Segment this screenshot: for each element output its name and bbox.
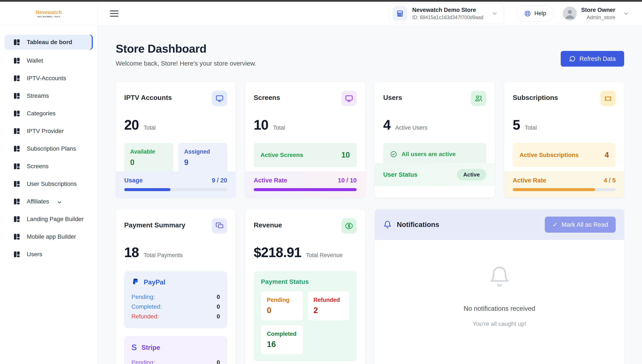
topbar: Nevewatch Demo Store ID: 68415a1c163d347… <box>98 2 642 26</box>
sidebar-item-screens[interactable]: Screens <box>5 160 93 173</box>
dashboard-icon <box>13 38 20 46</box>
card-title: Revenue <box>254 221 282 229</box>
sidebar-item-users[interactable]: Users <box>5 248 93 261</box>
payment-summary-card: Payment Summary 18 Total Payments PayPal <box>116 209 236 364</box>
active-rate-footer: Active Rate 10 / 10 <box>245 172 365 198</box>
card-title: Payment Summary <box>124 221 185 229</box>
subs-active-rate-value: 4 / 5 <box>604 177 616 184</box>
avatar <box>563 6 577 20</box>
sidebar-item-user-subscriptions[interactable]: User Subscriptions <box>5 177 93 190</box>
hamburger-menu-icon[interactable] <box>110 10 118 17</box>
sidebar-nav: Tableau de bord Wallet IPTV-Accounts Str… <box>0 26 97 261</box>
store-selector[interactable]: Nevewatch Demo Store ID: 68415a1c163d347… <box>389 3 504 24</box>
sidebar-item-subscription-plans[interactable]: Subscription Plans <box>5 142 93 155</box>
dashboard-icon <box>13 198 20 205</box>
screens-total: 10 <box>254 117 268 133</box>
lower-row: Payment Summary 18 Total Payments PayPal <box>116 209 624 364</box>
iptv-total: 20 <box>124 117 139 133</box>
sidebar-item-affiliates[interactable]: Affiliates <box>5 195 93 208</box>
screens-card: Screens 10 Total Active Screens 10 <box>245 82 365 198</box>
bell-icon <box>383 220 392 229</box>
subs-rate-progress-bar <box>513 188 616 191</box>
store-name: Nevewatch Demo Store <box>412 7 483 13</box>
chevron-down-icon <box>623 10 629 17</box>
usage-progress-bar <box>124 188 227 191</box>
empty-subtitle: You're all caught up! <box>473 320 526 327</box>
users-status-note-box: All users are active <box>383 143 486 166</box>
stripe-pending-row: Pending: 0 <box>131 358 220 364</box>
paypal-refunded-row: Refunded: 0 <box>131 312 220 321</box>
active-rate-value: 10 / 10 <box>338 177 357 184</box>
dashboard-icon <box>13 75 20 82</box>
sidebar-item-label: Subscription Plans <box>27 145 76 152</box>
mark-all-read-button[interactable]: ✓ Mark All as Read <box>545 216 616 233</box>
sidebar-item-label: Streams <box>27 92 49 99</box>
sidebar-item-mobile-app-builder[interactable]: Mobile app Builder <box>5 230 93 243</box>
chevron-down-icon <box>491 10 498 17</box>
sidebar-item-label: User Subscriptions <box>27 180 77 187</box>
card-title: Users <box>383 94 402 102</box>
stats-row: IPTV Accounts 20 Total Available 0 <box>116 82 624 198</box>
paypal-pending-row: Pending: 0 <box>131 292 220 302</box>
sidebar-item-label: Categories <box>27 110 55 117</box>
notifications-header: Notifications ✓ Mark All as Read <box>375 209 624 240</box>
sidebar-item-streams[interactable]: Streams <box>5 89 93 102</box>
sidebar-item-label: Affiliates <box>27 198 49 205</box>
sidebar-item-wallet[interactable]: Wallet <box>5 54 93 67</box>
dashboard-icon <box>13 180 20 188</box>
assigned-value: 9 <box>184 158 221 167</box>
stripe-icon: S <box>131 343 137 352</box>
active-screens-box: Active Screens 10 <box>254 143 357 167</box>
card-title: Subscriptions <box>513 94 558 102</box>
refresh-label: Refresh Data <box>579 55 616 62</box>
dashboard-icon <box>13 251 20 258</box>
browser-chrome-strip <box>0 0 642 2</box>
completed-cell: Completed 16 <box>261 325 303 354</box>
payment-status-box: Payment Status Pending 0 Refunded 2 <box>254 271 357 361</box>
dashboard-icon <box>13 110 20 117</box>
stripe-name: Stripe <box>141 344 160 352</box>
sidebar-item-landing-page-builder[interactable]: Landing Page Builder <box>5 212 93 226</box>
revenue-card: Revenue $218.91 Total Revenue Payment St… <box>245 209 365 364</box>
dashboard-icon <box>13 233 20 240</box>
refunded-cell: Refunded 2 <box>308 291 350 320</box>
sidebar-item-label: IPTV-Accounts <box>27 75 66 82</box>
monitor-icon <box>341 91 357 106</box>
profile-menu[interactable]: Store Owner Admin_store <box>563 6 629 20</box>
help-label: Help <box>534 10 546 17</box>
sidebar-item-iptv-accounts[interactable]: IPTV-Accounts <box>5 72 93 85</box>
active-rate-progress-bar <box>254 188 357 191</box>
check-icon: ✓ <box>552 221 557 228</box>
active-users-total: 4 <box>383 117 391 133</box>
sidebar-item-dashboard[interactable]: Tableau de bord <box>5 35 93 50</box>
help-button[interactable]: Help <box>517 6 554 22</box>
paypal-summary-box: PayPal Pending: 0 Completed: 0 <box>124 271 227 328</box>
notifications-empty-state: No notifications received You're all cau… <box>375 240 624 364</box>
dashboard-icon <box>13 57 20 64</box>
chevron-down-icon <box>57 200 62 205</box>
active-screens-value: 10 <box>341 150 350 160</box>
stripe-summary-box: S Stripe Pending: 0 Completed: 16 <box>124 336 227 364</box>
sidebar-item-label: Wallet <box>27 57 43 64</box>
page-title: Store Dashboard <box>116 42 256 55</box>
sidebar-item-categories[interactable]: Categories <box>5 107 93 120</box>
sidebar-item-iptv-provider[interactable]: IPTV Provider <box>5 124 93 138</box>
sidebar-item-label: Mobile app Builder <box>27 233 76 240</box>
sidebar-item-label: Landing Page Builder <box>27 216 84 222</box>
dashboard-icon <box>13 145 20 152</box>
content: Store Dashboard Welcome back, Store! Her… <box>98 26 642 364</box>
cards-stack-icon <box>212 218 227 234</box>
sidebar: Nevewatch Don't Just Watch — Feel It Tab… <box>0 2 98 364</box>
sidebar-item-label: Tableau de bord <box>27 39 72 46</box>
notifications-card: Notifications ✓ Mark All as Read No noti… <box>375 209 624 364</box>
iptv-accounts-card: IPTV Accounts 20 Total Available 0 <box>116 82 236 198</box>
subscriptions-card: Subscriptions 5 Total Active Subscriptio… <box>504 82 624 198</box>
refresh-data-button[interactable]: Refresh Data <box>561 51 624 66</box>
active-subscriptions-value: 4 <box>605 150 609 160</box>
main-column: Nevewatch Demo Store ID: 68415a1c163d347… <box>98 2 642 364</box>
usage-footer: Usage 9 / 20 <box>116 172 236 198</box>
users-status-note: All users are active <box>402 151 456 158</box>
logo-title: Nevewatch <box>36 10 62 15</box>
paypal-name: PayPal <box>144 278 165 286</box>
page-subtitle: Welcome back, Store! Here's your store o… <box>116 60 256 67</box>
